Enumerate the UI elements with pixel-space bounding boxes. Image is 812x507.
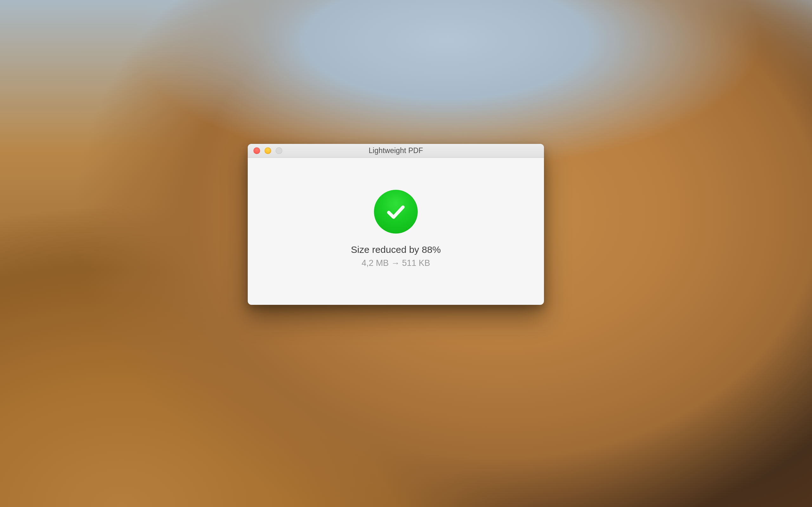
result-messages: Size reduced by 88% 4,2 MB → 511 KB bbox=[351, 244, 441, 268]
traffic-lights bbox=[253, 147, 282, 154]
app-window: Lightweight PDF Size reduced by 88% 4,2 … bbox=[248, 144, 544, 305]
close-window-button[interactable] bbox=[253, 147, 260, 154]
window-content: Size reduced by 88% 4,2 MB → 511 KB bbox=[248, 158, 544, 305]
result-primary-text: Size reduced by 88% bbox=[351, 244, 441, 255]
result-secondary-text: 4,2 MB → 511 KB bbox=[362, 258, 430, 268]
checkmark-circle-icon bbox=[374, 190, 418, 233]
window-titlebar[interactable]: Lightweight PDF bbox=[248, 144, 544, 158]
window-title: Lightweight PDF bbox=[248, 147, 544, 155]
minimize-window-button[interactable] bbox=[264, 147, 271, 154]
maximize-window-button-disabled bbox=[275, 147, 282, 154]
